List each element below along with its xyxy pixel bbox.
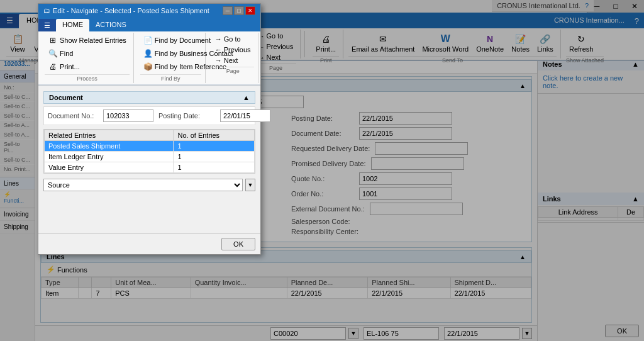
dialog-find-by-label: Find By (140, 74, 201, 82)
dialog-print-btn[interactable]: 🖨 Print... (45, 60, 130, 73)
dialog-find-doc-icon: 📄 (143, 35, 153, 45)
dialog-find-btn[interactable]: 🔍 Find (45, 47, 130, 60)
dialog-ok-button[interactable]: OK (221, 238, 255, 250)
dialog-show-related-btn[interactable]: ⊞ Show Related Entries (45, 34, 130, 47)
dialog-goto-btn[interactable]: → Go to (212, 34, 254, 44)
entry-shipment-name: Posted Sales Shipment (45, 141, 174, 152)
dialog-form-top: Document No.: Posting Date: (43, 106, 255, 125)
dialog-close-btn[interactable]: ✕ (245, 6, 255, 15)
dialog-find-icon: 🔍 (48, 48, 58, 59)
dialog-find-item-btn[interactable]: 📦 Find by Item Reference (140, 60, 201, 73)
entry-row-value[interactable]: Value Entry 1 (45, 162, 255, 173)
col-related-entries: Related Entries (45, 130, 174, 141)
dialog-find-contact-icon: 👤 (143, 48, 153, 59)
dialog-ribbon-process: ⊞ Show Related Entries 🔍 Find 🖨 Print...… (41, 33, 134, 83)
dialog-find-by-btns: 📄 Find by Document 👤 Find by Business Co… (140, 34, 201, 73)
dialog-show-icon: ⊞ (48, 35, 58, 45)
navigate-dialog: 🗂 Edit - Navigate - Selected - Posted Sa… (38, 3, 261, 255)
dialog-footer: OK (38, 233, 260, 254)
dialog-title-left: 🗂 Edit - Navigate - Selected - Posted Sa… (43, 7, 209, 14)
dialog-ribbon-tabs: ☰ HOME ACTIONS (38, 18, 260, 31)
dialog-nav-menu[interactable]: ☰ (38, 19, 56, 31)
document-section-header[interactable]: Document ▲ (43, 91, 255, 104)
dialog-process-label: Process (45, 74, 130, 82)
document-chevron: ▲ (243, 94, 250, 101)
source-row: Source ▼ (43, 179, 255, 191)
dialog-restore-btn[interactable]: □ (234, 6, 244, 15)
dialog-page-label: Page (212, 67, 254, 74)
dialog-minimize-btn[interactable]: ─ (223, 6, 233, 15)
entry-row-shipment[interactable]: Posted Sales Shipment 1 (45, 141, 255, 152)
entry-value-count: 1 (174, 162, 255, 173)
dialog-nav-icon: 🗂 (43, 7, 50, 14)
dialog-find-doc-btn[interactable]: 📄 Find by Document (140, 34, 201, 47)
document-section-label: Document (49, 94, 83, 101)
dialog-ribbon-content: ⊞ Show Related Entries 🔍 Find 🖨 Print...… (38, 31, 260, 86)
source-select[interactable]: Source (43, 179, 243, 191)
col-no-entries: No. of Entries (174, 130, 255, 141)
dialog-title-text: Edit - Navigate - Selected - Posted Sale… (53, 7, 209, 14)
entry-ledger-name: Item Ledger Entry (45, 152, 174, 162)
dialog-find-item-icon: 📦 (143, 62, 153, 72)
dialog-ribbon: ☰ HOME ACTIONS ⊞ Show Related Entries 🔍 (38, 18, 260, 86)
source-dropdown-btn[interactable]: ▼ (245, 179, 255, 191)
dialog-tab-home[interactable]: HOME (56, 19, 89, 31)
related-entries-table: Related Entries No. of Entries Posted Sa… (44, 130, 255, 173)
dialog-title-bar: 🗂 Edit - Navigate - Selected - Posted Sa… (38, 4, 260, 18)
dialog-prev-btn[interactable]: ← Previous (212, 45, 254, 55)
dialog-docno-label: Document No.: (48, 112, 98, 120)
dialog-controls: ─ □ ✕ (223, 6, 255, 15)
dialog-page-btns: → Go to ← Previous → Next (212, 34, 254, 65)
dialog-docno-input[interactable] (103, 109, 153, 122)
dialog-posting-input[interactable] (220, 109, 270, 122)
dialog-ribbon-page: → Go to ← Previous → Next (208, 33, 258, 83)
dialog-posting-label: Posting Date: (158, 112, 215, 120)
dialog-ribbon-find-by: 📄 Find by Document 👤 Find by Business Co… (136, 33, 206, 83)
dialog-next-btn[interactable]: → Next (212, 55, 254, 65)
dialog-tab-actions[interactable]: ACTIONS (89, 19, 133, 31)
related-entries-table-container: Related Entries No. of Entries Posted Sa… (43, 129, 255, 174)
dialog-find-contact-btn[interactable]: 👤 Find by Business Contact (140, 47, 201, 60)
dialog-process-btns: ⊞ Show Related Entries 🔍 Find 🖨 Print... (45, 34, 130, 73)
dialog-content-area: Document ▲ Document No.: Posting Date: R… (38, 86, 260, 233)
entry-value-name: Value Entry (45, 162, 174, 173)
dialog-overlay: 🗂 Edit - Navigate - Selected - Posted Sa… (0, 0, 644, 341)
entry-row-ledger[interactable]: Item Ledger Entry 1 (45, 152, 255, 162)
entry-shipment-count: 1 (174, 141, 255, 152)
dialog-print-icon: 🖨 (48, 62, 58, 72)
page-btns-col: → Go to ← Previous → Next (212, 34, 254, 65)
entry-ledger-count: 1 (174, 152, 255, 162)
